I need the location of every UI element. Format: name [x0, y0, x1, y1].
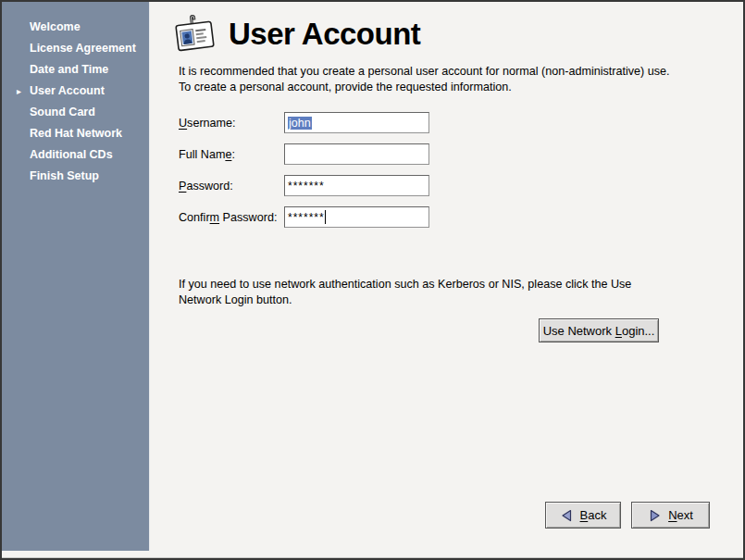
back-button-label: Back: [580, 508, 607, 522]
full-name-label: Full Name:: [179, 148, 284, 161]
sidebar-item-label: Additional CDs: [30, 148, 113, 161]
password-label: Password:: [179, 180, 284, 193]
password-input[interactable]: *******: [284, 175, 429, 196]
masked-text: *******: [288, 211, 325, 224]
selected-text: john: [288, 117, 312, 130]
confirm-password-row: Confirm Password: *******: [179, 206, 429, 228]
username-label: Username:: [179, 117, 284, 130]
sidebar-item-license-agreement[interactable]: License Agreement: [2, 38, 149, 59]
sidebar-item-finish-setup[interactable]: Finish Setup: [2, 166, 149, 187]
text-cursor: [325, 210, 326, 224]
sidebar-item-label: License Agreement: [30, 42, 136, 55]
id-badge-icon: [173, 12, 217, 56]
username-row: Username: john: [179, 112, 429, 133]
full-name-row: Full Name:: [179, 143, 429, 165]
sidebar-item-label: Red Hat Network: [30, 127, 122, 140]
sidebar-item-red-hat-network[interactable]: Red Hat Network: [2, 123, 149, 144]
next-button[interactable]: Next: [631, 502, 710, 529]
main-content: User Account It is recommended that you …: [151, 2, 743, 558]
sidebar-item-sound-card[interactable]: Sound Card: [2, 102, 149, 123]
page-title: User Account: [229, 17, 420, 52]
sidebar-item-user-account[interactable]: ▸ User Account: [2, 81, 149, 102]
back-button[interactable]: Back: [545, 502, 621, 529]
next-button-label: Next: [668, 508, 693, 522]
back-arrow-icon: [560, 509, 574, 522]
sidebar-item-label: Date and Time: [30, 63, 108, 76]
masked-text: *******: [288, 180, 325, 193]
sidebar-item-welcome[interactable]: Welcome: [2, 17, 149, 38]
next-arrow-icon: [648, 509, 662, 522]
page-description: It is recommended that you create a pers…: [179, 64, 683, 95]
setup-wizard-window: Welcome License Agreement Date and Time …: [0, 0, 745, 560]
sidebar-item-label: Welcome: [30, 20, 81, 33]
network-auth-note: If you need to use network authenticatio…: [179, 277, 674, 308]
sidebar-item-label: Finish Setup: [30, 169, 99, 182]
sidebar-item-date-and-time[interactable]: Date and Time: [2, 59, 149, 81]
sidebar-item-additional-cds[interactable]: Additional CDs: [2, 144, 149, 166]
active-step-arrow-icon: ▸: [17, 81, 21, 102]
username-input[interactable]: john: [284, 112, 429, 133]
sidebar-item-label: User Account: [30, 84, 105, 97]
password-row: Password: *******: [179, 175, 429, 196]
sidebar-item-label: Sound Card: [30, 106, 95, 118]
confirm-password-label: Confirm Password:: [179, 211, 284, 224]
confirm-password-input[interactable]: *******: [284, 206, 429, 228]
full-name-input[interactable]: [284, 143, 429, 165]
sidebar: Welcome License Agreement Date and Time …: [2, 2, 150, 551]
use-network-login-button[interactable]: Use Network Login...: [539, 318, 659, 342]
page-header: User Account: [173, 12, 420, 56]
